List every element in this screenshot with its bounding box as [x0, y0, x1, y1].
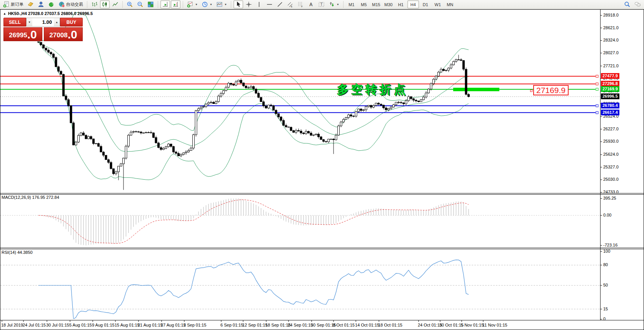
vertical-line-button[interactable] [254, 0, 264, 8]
timeframe-H4[interactable]: H4 [407, 0, 419, 8]
crosshair-button[interactable] [244, 0, 254, 8]
text-button[interactable]: A [306, 0, 316, 8]
auto-trading-label: 自动交易 [66, 2, 83, 7]
time-axis-label: 5 Nov 01:15 [461, 323, 484, 327]
price-axis-tick: 28918.0 [603, 13, 619, 17]
time-axis-label: 24 Oct 01:15 [418, 323, 442, 327]
volume-input[interactable] [32, 18, 54, 26]
periods-menu-button[interactable]: ▼ [200, 0, 214, 8]
arrows-shape-icon [329, 1, 335, 8]
bar-chart-button[interactable] [90, 0, 99, 8]
macd-label: MACD(12,26,9) 176.95 272.84 [2, 195, 59, 200]
time-axis-label: 6 Sep 01:15 [220, 323, 243, 327]
buy-price-button[interactable]: 27008.0 [44, 27, 83, 41]
volume-up-button[interactable]: ▲ [54, 18, 60, 26]
templates-button[interactable]: ▼ [215, 0, 229, 8]
timeframe-group: M1M5M15M30H1H4D1W1MN [345, 0, 456, 8]
time-axis-label: 14 Oct 01:15 [355, 323, 379, 327]
pivot-highlight-bar[interactable] [453, 88, 499, 91]
rsi-line [38, 260, 469, 319]
panel-toggle-icon[interactable]: ▲ [3, 12, 6, 15]
buy-button[interactable]: BUY [60, 18, 83, 27]
level-endpoint[interactable] [596, 83, 598, 85]
zoom-in-button[interactable] [125, 0, 135, 8]
time-axis-label: 2 Sep 01:15 [184, 323, 206, 327]
toolbar-separator [158, 1, 158, 8]
auto-scroll-button[interactable] [160, 0, 170, 8]
timeframe-M15[interactable]: M15 [370, 0, 382, 8]
level-endpoint[interactable] [596, 112, 598, 114]
trendline-button[interactable] [275, 0, 285, 8]
chart-shift-button[interactable] [171, 0, 180, 8]
timeframe-H1[interactable]: H1 [395, 0, 407, 8]
macd-histogram [38, 198, 469, 245]
tile-windows-icon [147, 1, 154, 8]
time-axis-label: 18 Sep 01:15 [265, 323, 290, 327]
text-label-button[interactable]: T [317, 0, 326, 8]
price-axis-tick: 25030.0 [603, 177, 619, 182]
horizontal-line-button[interactable] [265, 0, 274, 8]
callout-anchor-square [530, 90, 532, 92]
timeframe-M30[interactable]: M30 [383, 0, 394, 8]
signals-button[interactable] [47, 0, 56, 8]
new-order-label: 新订单 [11, 2, 23, 7]
shapes-button[interactable]: ▼ [327, 0, 341, 8]
price-axis-tick: 28621.0 [603, 25, 619, 30]
signal-icon [48, 1, 55, 8]
zoom-in-icon [127, 1, 133, 8]
rsi-axis-tick: 15 [603, 307, 608, 311]
volume-down-button[interactable]: ▼ [27, 18, 32, 26]
new-order-button[interactable]: 新订单 [2, 0, 25, 8]
auto-trading-button[interactable]: 自动交易 [57, 0, 85, 8]
indicators-icon [187, 1, 194, 8]
level-price-tag-resistance: 27477.9 [601, 73, 619, 79]
sell-price-main: 26995 [9, 31, 27, 40]
timeframe-D1[interactable]: D1 [420, 0, 431, 8]
channel-button[interactable]: E [285, 0, 295, 8]
profile-button[interactable] [36, 0, 46, 8]
chart-shift-icon [172, 1, 179, 8]
tile-windows-button[interactable] [146, 0, 155, 8]
clock-icon [202, 1, 208, 8]
horizontal-line-icon [266, 1, 273, 8]
toolbar-separator [231, 1, 231, 8]
level-endpoint[interactable] [596, 75, 598, 77]
dropdown-caret: ▼ [195, 3, 198, 6]
svg-text:A: A [309, 2, 313, 7]
fibonacci-button[interactable]: F [296, 0, 305, 8]
zoom-out-button[interactable] [135, 0, 145, 8]
search-icon [624, 1, 631, 8]
equidistant-channel-icon: E [287, 1, 294, 8]
time-axis-label: 30 Oct 01:15 [439, 323, 464, 327]
timeframe-M1[interactable]: M1 [346, 0, 357, 8]
sell-price-button[interactable]: 26995.0 [3, 27, 42, 41]
macd-axis-tick: 0.00 [603, 213, 611, 217]
rsi-axis-tick: 100 [603, 249, 610, 253]
timeframe-W1[interactable]: W1 [432, 0, 444, 8]
line-chart-icon [112, 1, 118, 8]
chat-button[interactable] [633, 0, 642, 8]
market-depth-button[interactable] [26, 0, 35, 8]
time-axis-label: 24 Sep 01:15 [288, 323, 313, 327]
search-button[interactable] [622, 0, 632, 8]
chart-canvas[interactable] [0, 0, 644, 330]
level-price-tag-pivot: 27169.9 [601, 86, 619, 92]
trendline-icon [277, 1, 283, 8]
time-axis-label: 9 Aug 01:15 [92, 323, 115, 327]
timeframe-MN[interactable]: MN [444, 0, 456, 8]
indicators-button[interactable]: ▼ [185, 0, 199, 8]
time-axis-label: 12 Sep 01:15 [242, 323, 267, 327]
line-chart-button[interactable] [110, 0, 120, 8]
sell-price-frac: .0 [27, 29, 37, 40]
annotation-text[interactable]: 多空转折点 [337, 82, 408, 98]
level-endpoint[interactable] [596, 105, 598, 107]
time-axis-label: 5 Aug 01:15 [69, 323, 92, 327]
candlestick-chart-button[interactable] [100, 0, 110, 8]
macd-axis-tick: -723.16 [603, 243, 617, 247]
sell-button[interactable]: SELL [3, 18, 26, 27]
level-endpoint[interactable] [596, 88, 598, 90]
price-axis-tick: 25930.0 [603, 139, 619, 143]
cursor-button[interactable] [234, 0, 243, 8]
timeframe-M5[interactable]: M5 [358, 0, 370, 8]
price-callout-box[interactable]: 27169.9 [533, 85, 569, 95]
